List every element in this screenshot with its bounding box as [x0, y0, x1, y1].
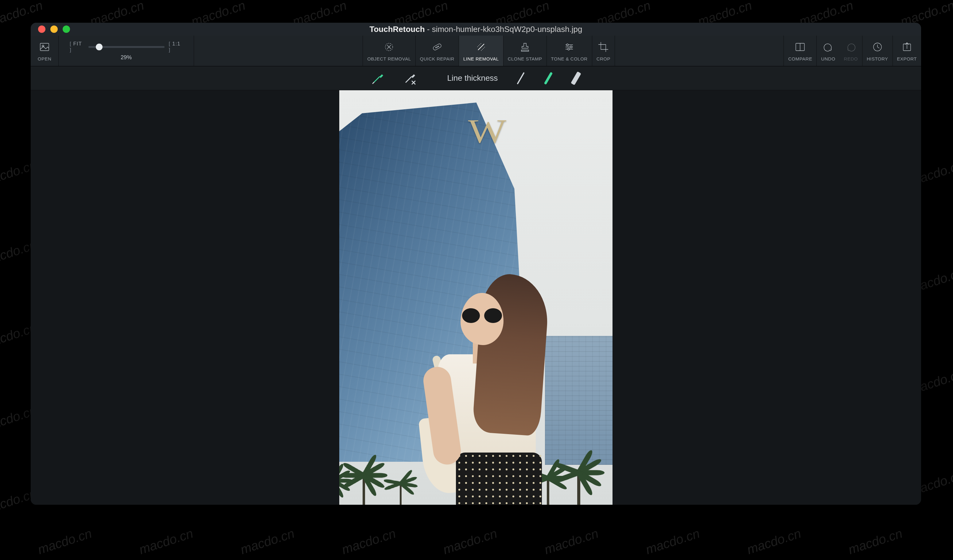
- photo-canvas[interactable]: W: [339, 90, 613, 505]
- window-controls: [31, 25, 70, 33]
- watermark: macdo.cn: [340, 526, 397, 557]
- line-removal-button[interactable]: LINE REMOVAL: [459, 36, 503, 66]
- history-button[interactable]: HISTORY: [863, 36, 892, 66]
- thickness-thin[interactable]: [513, 71, 528, 86]
- compare-icon: [793, 40, 807, 54]
- svg-point-6: [438, 46, 439, 47]
- svg-point-7: [567, 44, 568, 46]
- line-thickness-label: Line thickness: [447, 73, 498, 83]
- history-icon: [871, 40, 884, 54]
- watermark: macdo.cn: [745, 526, 803, 557]
- object-removal-label: OBJECT REMOVAL: [367, 56, 411, 61]
- undo-button[interactable]: UNDO: [817, 36, 840, 66]
- quick-repair-label: QUICK REPAIR: [420, 56, 455, 61]
- export-button[interactable]: EXPORT: [893, 36, 921, 66]
- canvas-area[interactable]: W: [31, 90, 921, 505]
- minimize-window-button[interactable]: [50, 25, 58, 33]
- watermark: macdo.cn: [239, 526, 296, 557]
- redo-label: REDO: [844, 56, 858, 61]
- app-name: TouchRetouch: [369, 25, 425, 34]
- desktop: macdo.cn macdo.cn macdo.cn macdo.cn macd…: [0, 0, 953, 560]
- object-removal-button[interactable]: OBJECT REMOVAL: [363, 36, 415, 66]
- undo-icon: [822, 40, 835, 54]
- clone-stamp-button[interactable]: CLONE STAMP: [503, 36, 546, 66]
- line-removal-icon: [474, 40, 488, 54]
- crop-label: CROP: [596, 56, 610, 61]
- quick-repair-button[interactable]: QUICK REPAIR: [416, 36, 459, 66]
- open-button[interactable]: OPEN: [31, 36, 58, 66]
- bandage-icon: [430, 40, 444, 54]
- zoom-percent: 29%: [121, 54, 132, 61]
- zoom-1to1-button[interactable]: [ 1:1 ]: [169, 41, 183, 53]
- undo-label: UNDO: [821, 56, 835, 61]
- redo-icon: [844, 40, 858, 54]
- compare-button[interactable]: COMPARE: [784, 36, 816, 66]
- file-name: simon-humler-kko3hSqW2p0-unsplash.jpg: [432, 25, 582, 34]
- line-removal-subtoolbar: Line thickness: [31, 66, 921, 90]
- tone-color-label: TONE & COLOR: [551, 56, 588, 61]
- zoom-slider[interactable]: [88, 46, 165, 48]
- export-label: EXPORT: [897, 56, 917, 61]
- zoom-control: [ FIT ] [ 1:1 ] 29%: [59, 36, 194, 66]
- stamp-icon: [518, 40, 532, 54]
- toolbar-spacer: [194, 36, 363, 66]
- redo-button[interactable]: REDO: [840, 36, 862, 66]
- watermark: macdo.cn: [644, 526, 702, 557]
- watermark: macdo.cn: [137, 526, 195, 557]
- export-icon: [900, 40, 914, 54]
- crop-button[interactable]: CROP: [592, 36, 615, 66]
- history-label: HISTORY: [867, 56, 888, 61]
- open-label: OPEN: [38, 56, 51, 61]
- title-separator: -: [427, 25, 432, 34]
- tone-color-button[interactable]: TONE & COLOR: [547, 36, 592, 66]
- main-toolbar: OPEN [ FIT ] [ 1:1 ] 29% OBJECT REMOVAL: [31, 36, 921, 66]
- svg-point-4: [437, 47, 438, 47]
- line-marker-tool[interactable]: [368, 69, 388, 87]
- compare-label: COMPARE: [788, 56, 812, 61]
- svg-point-5: [436, 47, 436, 48]
- thickness-medium[interactable]: [541, 71, 556, 86]
- object-removal-icon: [382, 40, 396, 54]
- sliders-icon: [562, 40, 576, 54]
- segment-remover-tool[interactable]: [400, 69, 420, 87]
- line-removal-label: LINE REMOVAL: [463, 56, 499, 61]
- watermark: macdo.cn: [441, 526, 499, 557]
- svg-point-9: [568, 48, 570, 50]
- watermark: macdo.cn: [36, 526, 94, 557]
- toolbar-spacer: [615, 36, 784, 66]
- app-window: TouchRetouch - simon-humler-kko3hSqW2p0-…: [31, 23, 921, 505]
- window-title: TouchRetouch - simon-humler-kko3hSqW2p0-…: [369, 25, 582, 34]
- zoom-fit-button[interactable]: [ FIT ]: [70, 41, 84, 53]
- maximize-window-button[interactable]: [63, 25, 70, 33]
- clone-stamp-label: CLONE STAMP: [508, 56, 542, 61]
- crop-icon: [596, 40, 610, 54]
- zoom-slider-knob[interactable]: [96, 43, 102, 50]
- watermark: macdo.cn: [846, 526, 904, 557]
- titlebar[interactable]: TouchRetouch - simon-humler-kko3hSqW2p0-…: [31, 23, 921, 36]
- watermark: macdo.cn: [543, 526, 600, 557]
- image-icon: [38, 40, 51, 54]
- thickness-thick[interactable]: [568, 71, 584, 86]
- svg-point-8: [570, 46, 572, 48]
- close-window-button[interactable]: [38, 25, 45, 33]
